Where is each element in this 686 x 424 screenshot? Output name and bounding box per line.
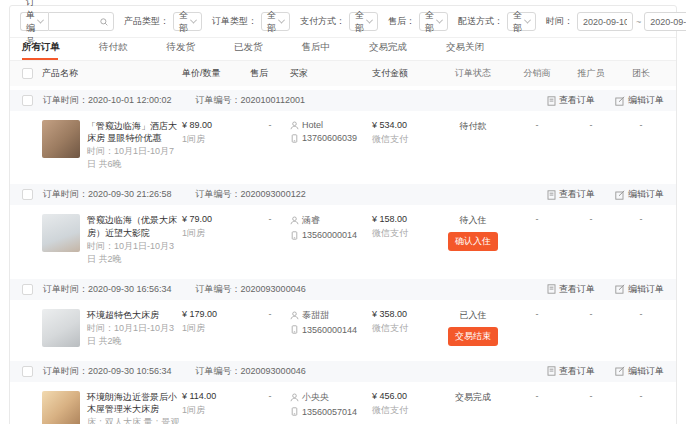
tab-completed[interactable]: 交易完成 xyxy=(369,41,407,60)
confirm-checkin-button[interactable]: 确认入住 xyxy=(448,232,498,251)
buyer-phone: 13560000014 xyxy=(302,230,357,240)
order-checkbox[interactable] xyxy=(22,366,33,377)
tab-aftersale[interactable]: 售后中 xyxy=(302,41,331,60)
status-text: 已入住 xyxy=(436,309,510,322)
aftersale-value: 全部 xyxy=(425,9,434,35)
order-meta-row: 订单时间：2020-10-01 12:00:02 订单编号：2020100112… xyxy=(10,90,676,111)
product-image[interactable] xyxy=(42,391,80,424)
tab-closed[interactable]: 交易关闭 xyxy=(446,41,484,60)
search-icon[interactable] xyxy=(100,17,108,27)
product-title[interactable]: 「管窥边临海」酒店大床房 显眼特价优惠 xyxy=(87,120,182,144)
tab-pending-shipment[interactable]: 待发货 xyxy=(167,41,196,60)
product-sub: 床：双人大床 量：景观 xyxy=(87,416,182,424)
order-row: 「管窥边临海」酒店大床房 显眼特价优惠 时间：10月1日-10月7日 共6晚 ¥… xyxy=(10,111,676,180)
order-no-label: 订单编号： xyxy=(196,366,241,376)
order-time: 2020-09-30 21:26:58 xyxy=(88,189,172,199)
distributor-value: - xyxy=(510,389,564,401)
buyer-phone: 13560057014 xyxy=(302,407,357,417)
quantity: 1间房 xyxy=(182,404,250,417)
order-time-label: 订单时间： xyxy=(43,284,88,294)
unit-price: ¥ 114.00 xyxy=(182,391,250,401)
order-type-value: 全部 xyxy=(267,9,276,35)
order-row: 管窥边临海（优景大床房）近望大影院 时间：10月1日-10月3日 共2晚 ¥ 7… xyxy=(10,205,676,274)
chevron-down-icon xyxy=(524,17,531,24)
order-checkbox[interactable] xyxy=(22,284,33,295)
view-order-button[interactable]: 查看订单 xyxy=(547,94,595,107)
product-image[interactable] xyxy=(42,120,80,158)
product-type-select[interactable]: 全部 xyxy=(173,12,202,31)
buyer-name: 涵睿 xyxy=(302,214,320,227)
col-buyer: 买家 xyxy=(290,67,372,80)
order-time: 2020-10-01 12:00:02 xyxy=(88,95,172,105)
aftersale-value: - xyxy=(250,212,290,224)
edit-order-button[interactable]: 编辑订单 xyxy=(615,188,664,201)
tab-all-orders[interactable]: 所有订单 xyxy=(22,41,60,60)
aftersale-select[interactable]: 全部 xyxy=(419,12,448,31)
leader-value: - xyxy=(618,307,664,319)
order-meta-row: 订单时间：2020-09-30 10:56:34 订单编号：2020093000… xyxy=(10,361,676,382)
view-order-button[interactable]: 查看订单 xyxy=(547,283,595,296)
edit-order-label: 编辑订单 xyxy=(628,188,664,201)
order-type-select[interactable]: 全部 xyxy=(261,12,290,31)
pay-method-select[interactable]: 全部 xyxy=(349,12,378,31)
edit-icon xyxy=(615,284,625,294)
view-order-button[interactable]: 查看订单 xyxy=(547,365,595,378)
date-end-input[interactable] xyxy=(644,12,686,31)
edit-order-button[interactable]: 编辑订单 xyxy=(615,283,664,296)
order-checkbox[interactable] xyxy=(22,189,33,200)
promoter-value: - xyxy=(564,307,618,319)
filter-bar: 订单编号 产品类型： 全部 订单类型： 全部 支付方式： 全部 售后： 全部 配… xyxy=(10,6,676,38)
edit-order-button[interactable]: 编辑订单 xyxy=(615,94,664,107)
buyer-phone: 13760606039 xyxy=(302,133,357,143)
chevron-down-icon xyxy=(436,17,443,24)
order-tabs: 所有订单 待付款 待发货 已发货 售后中 交易完成 交易关闭 xyxy=(10,38,676,61)
order-time-label: 订单时间： xyxy=(43,366,88,376)
tab-shipped[interactable]: 已发货 xyxy=(234,41,263,60)
col-aftersale: 售后 xyxy=(250,67,290,80)
status-text: 待付款 xyxy=(436,120,510,133)
view-order-label: 查看订单 xyxy=(559,94,595,107)
order-group: 订单时间：2020-09-30 10:56:34 订单编号：2020093000… xyxy=(10,361,676,424)
order-no: 2020093000046 xyxy=(241,366,306,376)
order-no: 2020093000046 xyxy=(241,284,306,294)
chevron-down-icon xyxy=(278,17,285,24)
order-meta-row: 订单时间：2020-09-30 21:26:58 订单编号：2020093000… xyxy=(10,184,676,205)
order-checkbox[interactable] xyxy=(22,95,33,106)
delivery-select[interactable]: 全部 xyxy=(507,12,536,31)
product-title[interactable]: 环境朗海边近誉景后小木屋管理米大床房 xyxy=(87,391,182,415)
product-image[interactable] xyxy=(42,309,80,347)
tab-pending-payment[interactable]: 待付款 xyxy=(99,41,128,60)
date-start-input[interactable] xyxy=(577,12,633,31)
buyer-name: 泰甜甜 xyxy=(302,309,329,322)
order-field-select[interactable]: 订单编号 xyxy=(20,12,48,31)
edit-icon xyxy=(615,190,625,200)
col-status: 订单状态 xyxy=(436,67,510,80)
col-leader: 团长 xyxy=(618,67,664,80)
col-promoter: 推广员 xyxy=(564,67,618,80)
leader-value: - xyxy=(618,118,664,130)
col-pay: 支付金额 xyxy=(372,67,436,80)
select-all-checkbox[interactable] xyxy=(22,68,33,79)
phone-icon xyxy=(290,134,299,143)
edit-order-button[interactable]: 编辑订单 xyxy=(615,365,664,378)
phone-icon xyxy=(290,325,299,334)
order-row: 环境朗海边近誉景后小木屋管理米大床房 床：双人大床 量：景观 时间：10月1日-… xyxy=(10,382,676,424)
search-input[interactable] xyxy=(54,17,100,27)
pay-method: 微信支付 xyxy=(372,322,436,335)
view-order-button[interactable]: 查看订单 xyxy=(547,188,595,201)
promoter-value: - xyxy=(564,389,618,401)
product-title[interactable]: 环境超特色大床房 xyxy=(87,309,182,321)
order-row: 环境超特色大床房 时间：10月1日-10月3日 共2晚 ¥ 179.001间房 … xyxy=(10,300,676,357)
pay-amount: ¥ 456.00 xyxy=(372,391,436,401)
document-icon xyxy=(547,366,556,376)
promoter-value: - xyxy=(564,212,618,224)
order-no: 2020093000122 xyxy=(241,189,306,199)
product-title[interactable]: 管窥边临海（优景大床房）近望大影院 xyxy=(87,214,182,238)
pay-method-label: 支付方式： xyxy=(300,15,345,28)
view-order-label: 查看订单 xyxy=(559,365,595,378)
order-group: 订单时间：2020-09-30 16:56:34 订单编号：2020093000… xyxy=(10,279,676,357)
end-transaction-button[interactable]: 交易结束 xyxy=(448,327,498,346)
product-image[interactable] xyxy=(42,214,80,252)
pay-method: 微信支付 xyxy=(372,133,436,146)
order-group: 订单时间：2020-10-01 12:00:02 订单编号：2020100112… xyxy=(10,90,676,180)
